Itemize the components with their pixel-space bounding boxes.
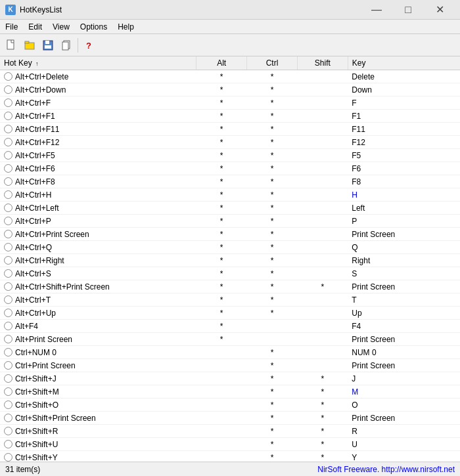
cell-hotkey: Alt+Ctrl+Q [0,241,196,254]
toolbar: ? [0,34,460,56]
row-status-icon [4,282,12,291]
menu-edit[interactable]: Edit [23,20,47,33]
cell-hotkey: Ctrl+NUM 0 [0,346,196,359]
window-controls: — □ ✕ [361,0,455,20]
cell-alt: * [196,70,247,83]
hotkeys-table-container[interactable]: Hot Key ↑ Alt Ctrl Shift Key Alt+Ctrl+De… [0,56,460,462]
table-row[interactable]: Ctrl+Shift+U**U [0,438,460,451]
table-row[interactable]: Alt+Ctrl+Up**Up [0,307,460,320]
cell-alt [196,438,247,451]
menu-help[interactable]: Help [112,20,139,33]
cell-shift [297,307,348,320]
cell-key: U [348,438,460,451]
svg-rect-4 [45,41,49,44]
cell-shift: * [297,425,348,438]
table-row[interactable]: Alt+Ctrl+P**P [0,215,460,228]
table-row[interactable]: Alt+Ctrl+Print Screen**Print Screen [0,228,460,241]
cell-shift [297,70,348,83]
row-status-icon [4,164,12,173]
toolbar-new-btn[interactable] [3,37,20,54]
table-row[interactable]: Ctrl+Shift+M**M [0,385,460,399]
table-row[interactable]: Alt+Ctrl+Shift+Print Screen***Print Scre… [0,280,460,293]
toolbar-open-btn[interactable] [21,37,38,54]
table-row[interactable]: Ctrl+Shift+Print Screen**Print Screen [0,412,460,425]
cell-ctrl: * [247,399,298,412]
row-status-icon [4,427,12,435]
row-status-icon [4,440,12,448]
menu-file[interactable]: File [0,20,23,33]
cell-shift [297,359,348,372]
table-row[interactable]: Alt+Ctrl+H**H [0,188,460,202]
table-row[interactable]: Ctrl+NUM 0*NUM 0 [0,346,460,359]
cell-key: Print Screen [348,359,460,372]
cell-shift [297,83,348,97]
cell-alt [196,412,247,425]
col-header-alt[interactable]: Alt [196,56,247,70]
cell-key: J [348,372,460,385]
row-status-icon [4,138,12,146]
table-row[interactable]: Ctrl+Shift+O**O [0,399,460,412]
toolbar-help-btn[interactable]: ? [81,37,98,54]
toolbar-save-btn[interactable] [39,37,57,54]
cell-hotkey: Alt+Ctrl+Down [0,83,196,97]
col-header-ctrl[interactable]: Ctrl [247,56,298,70]
col-header-hotkey[interactable]: Hot Key ↑ [0,56,196,70]
table-row[interactable]: Ctrl+Print Screen*Print Screen [0,359,460,372]
table-row[interactable]: Alt+Ctrl+Q**Q [0,241,460,254]
table-row[interactable]: Alt+Ctrl+F6**F6 [0,162,460,175]
cell-ctrl: * [247,202,298,215]
table-row[interactable]: Alt+Ctrl+T**T [0,293,460,307]
col-header-key[interactable]: Key [348,56,460,70]
close-button[interactable]: ✕ [425,0,455,20]
col-header-shift[interactable]: Shift [297,56,348,70]
table-row[interactable]: Ctrl+Shift+R**R [0,425,460,438]
row-status-icon [4,387,12,396]
cell-key: F6 [348,162,460,175]
table-row[interactable]: Alt+F4*F4 [0,320,460,333]
table-row[interactable]: Ctrl+Shift+Y**Y [0,451,460,462]
toolbar-copy-btn[interactable] [58,37,75,54]
minimize-button[interactable]: — [361,0,392,20]
table-row[interactable]: Alt+Ctrl+F8**F8 [0,175,460,188]
cell-key: Down [348,83,460,97]
cell-shift [297,149,348,162]
cell-alt: * [196,215,247,228]
table-row[interactable]: Alt+Ctrl+F12**F12 [0,136,460,149]
maximize-button[interactable]: □ [393,0,423,20]
table-row[interactable]: Alt+Ctrl+S**S [0,267,460,280]
table-row[interactable]: Alt+Ctrl+Right**Right [0,254,460,267]
menu-bar: File Edit View Options Help [0,20,460,34]
row-status-icon [4,361,12,370]
menu-view[interactable]: View [47,20,75,33]
status-branding[interactable]: NirSoft Freeware. http://www.nirsoft.net [312,465,460,474]
table-row[interactable]: Alt+Print Screen*Print Screen [0,333,460,346]
title-bar: K HotKeysList — □ ✕ [0,0,460,20]
cell-hotkey: Alt+Ctrl+T [0,293,196,307]
table-row[interactable]: Ctrl+Shift+J**J [0,372,460,385]
toolbar-separator [78,38,78,53]
svg-rect-0 [7,40,14,49]
cell-alt: * [196,110,247,123]
row-status-icon [4,151,12,160]
table-row[interactable]: Alt+Ctrl+Left**Left [0,202,460,215]
cell-key: P [348,215,460,228]
cell-hotkey: Alt+Print Screen [0,333,196,346]
table-row[interactable]: Alt+Ctrl+F**F [0,97,460,110]
cell-key: Y [348,451,460,462]
table-row[interactable]: Alt+Ctrl+F11**F11 [0,123,460,136]
table-row[interactable]: Alt+Ctrl+F5**F5 [0,149,460,162]
app-icon: K [5,5,16,15]
cell-hotkey: Ctrl+Shift+Y [0,451,196,462]
cell-key: H [348,188,460,202]
menu-options[interactable]: Options [75,20,112,33]
table-row[interactable]: Alt+Ctrl+F1**F1 [0,110,460,123]
table-row[interactable]: Alt+Ctrl+Down**Down [0,83,460,97]
cell-alt: * [196,280,247,293]
cell-shift [297,267,348,280]
cell-key: Right [348,254,460,267]
cell-shift [297,215,348,228]
row-status-icon [4,204,12,212]
table-row[interactable]: Alt+Ctrl+Delete**Delete [0,70,460,83]
sort-arrow-hotkey: ↑ [35,60,39,67]
cell-alt: * [196,320,247,333]
